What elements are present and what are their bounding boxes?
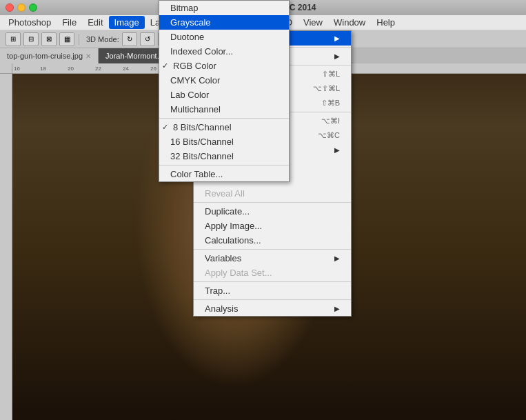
cmyk-label: CMYK Color bbox=[170, 75, 220, 86]
multichannel-label: Multichannel bbox=[170, 104, 221, 114]
apply-image-label: Apply Image... bbox=[205, 221, 262, 231]
bitmap-label: Bitmap bbox=[170, 3, 198, 13]
menu-item-trap[interactable]: Trap... bbox=[194, 283, 351, 298]
mode-sep-2 bbox=[159, 165, 289, 166]
adjustments-arrow-icon: ▶ bbox=[334, 52, 340, 60]
minimize-button[interactable] bbox=[17, 3, 26, 12]
analysis-label: Analysis bbox=[205, 303, 238, 314]
8bit-label: 8 Bits/Channel bbox=[173, 122, 232, 132]
color-table-label: Color Table... bbox=[170, 169, 223, 179]
close-button[interactable] bbox=[6, 3, 14, 12]
separator-7 bbox=[194, 299, 351, 300]
separator-4 bbox=[194, 202, 351, 203]
separator-6 bbox=[194, 281, 351, 282]
duplicate-label: Duplicate... bbox=[205, 206, 250, 217]
mode-bitmap[interactable]: Bitmap bbox=[159, 1, 289, 15]
mode-sep-1 bbox=[159, 118, 289, 119]
menu-item-apply-image[interactable]: Apply Image... bbox=[194, 219, 351, 233]
calculations-label: Calculations... bbox=[205, 235, 261, 246]
maximize-button[interactable] bbox=[29, 3, 37, 12]
tab-topgun-label: top-gun-tom-cruise.jpg bbox=[7, 52, 83, 60]
mode-rgb[interactable]: ✓ RGB Color bbox=[159, 59, 289, 73]
auto-contrast-shortcut: ⌥⇧⌘L bbox=[313, 84, 340, 93]
ruler-vertical bbox=[0, 63, 12, 420]
ruler-corner bbox=[0, 63, 12, 74]
menu-image[interactable]: Image bbox=[109, 16, 145, 29]
indexed-color-label: Indexed Color... bbox=[170, 46, 233, 57]
menu-item-variables[interactable]: Variables ▶ bbox=[194, 251, 351, 266]
canvas-size-shortcut: ⌥⌘C bbox=[318, 131, 340, 140]
variables-label: Variables bbox=[205, 253, 241, 263]
menu-item-reveal-all: Reveal All bbox=[194, 186, 351, 201]
svg-text:22: 22 bbox=[95, 66, 101, 72]
mode-label: 3D Mode: bbox=[86, 35, 119, 43]
combine-icon[interactable]: ▦ bbox=[59, 32, 74, 46]
mode-16bit[interactable]: 16 Bits/Channel bbox=[159, 134, 289, 149]
menu-item-duplicate[interactable]: Duplicate... bbox=[194, 204, 351, 219]
rgb-check-icon: ✓ bbox=[162, 61, 168, 70]
mode-8bit[interactable]: ✓ 8 Bits/Channel bbox=[159, 120, 289, 134]
svg-text:20: 20 bbox=[68, 66, 74, 72]
16bit-label: 16 Bits/Channel bbox=[170, 137, 234, 147]
mode-multichannel[interactable]: Multichannel bbox=[159, 102, 289, 117]
grayscale-label: Grayscale bbox=[170, 17, 211, 28]
separator-5 bbox=[194, 249, 351, 250]
rgb-label: RGB Color bbox=[173, 61, 216, 71]
menu-item-calculations[interactable]: Calculations... bbox=[194, 233, 351, 248]
image-rotation-arrow-icon: ▶ bbox=[334, 146, 340, 154]
svg-text:16: 16 bbox=[14, 66, 20, 72]
reveal-all-label: Reveal All bbox=[205, 188, 245, 199]
mode-duotone[interactable]: Duotone bbox=[159, 30, 289, 44]
mode-btn-1[interactable]: ↻ bbox=[122, 32, 137, 46]
menu-view[interactable]: View bbox=[298, 16, 328, 29]
auto-tone-shortcut: ⇧⌘L bbox=[322, 70, 340, 79]
tab-topgun-close[interactable]: ✕ bbox=[85, 52, 91, 60]
mode-btn-2[interactable]: ↺ bbox=[140, 32, 155, 46]
analysis-arrow-icon: ▶ bbox=[334, 305, 340, 312]
image-size-shortcut: ⌥⌘I bbox=[321, 117, 340, 126]
variables-arrow-icon: ▶ bbox=[334, 254, 340, 262]
trap-label: Trap... bbox=[205, 286, 230, 296]
menu-photoshop[interactable]: Photoshop bbox=[3, 16, 57, 29]
svg-text:18: 18 bbox=[40, 66, 46, 72]
8bit-check-icon: ✓ bbox=[162, 123, 168, 132]
menu-window[interactable]: Window bbox=[328, 16, 371, 29]
lab-label: Lab Color bbox=[170, 90, 209, 100]
apply-data-set-label: Apply Data Set... bbox=[205, 268, 272, 278]
mode-grayscale[interactable]: Grayscale bbox=[159, 15, 289, 30]
mode-lab[interactable]: Lab Color bbox=[159, 88, 289, 102]
mode-indexed-color[interactable]: Indexed Color... bbox=[159, 44, 289, 59]
menu-edit[interactable]: Edit bbox=[82, 16, 108, 29]
32bit-label: 32 Bits/Channel bbox=[170, 151, 234, 161]
window-controls[interactable] bbox=[6, 3, 37, 12]
align-icon[interactable]: ⊠ bbox=[41, 32, 57, 46]
svg-text:26: 26 bbox=[150, 66, 156, 72]
svg-text:24: 24 bbox=[123, 66, 129, 72]
menu-help[interactable]: Help bbox=[371, 16, 401, 29]
mode-submenu: Bitmap Grayscale Duotone Indexed Color..… bbox=[159, 0, 290, 182]
mode-cmyk[interactable]: CMYK Color bbox=[159, 73, 289, 88]
duotone-label: Duotone bbox=[170, 32, 204, 42]
tab-topgun[interactable]: top-gun-tom-cruise.jpg ✕ bbox=[0, 48, 99, 63]
arrange-icon[interactable]: ⊞ bbox=[6, 32, 21, 46]
mode-color-table[interactable]: Color Table... bbox=[159, 167, 289, 181]
menu-file[interactable]: File bbox=[57, 16, 82, 29]
mode-32bit[interactable]: 32 Bits/Channel bbox=[159, 149, 289, 163]
separator-1 bbox=[79, 34, 79, 45]
menu-item-apply-data-set[interactable]: Apply Data Set... bbox=[194, 266, 351, 280]
distribute-icon[interactable]: ⊟ bbox=[23, 32, 39, 46]
menu-item-analysis[interactable]: Analysis ▶ bbox=[194, 301, 351, 316]
mode-arrow-icon: ▶ bbox=[334, 34, 340, 42]
auto-color-shortcut: ⇧⌘B bbox=[321, 99, 340, 108]
